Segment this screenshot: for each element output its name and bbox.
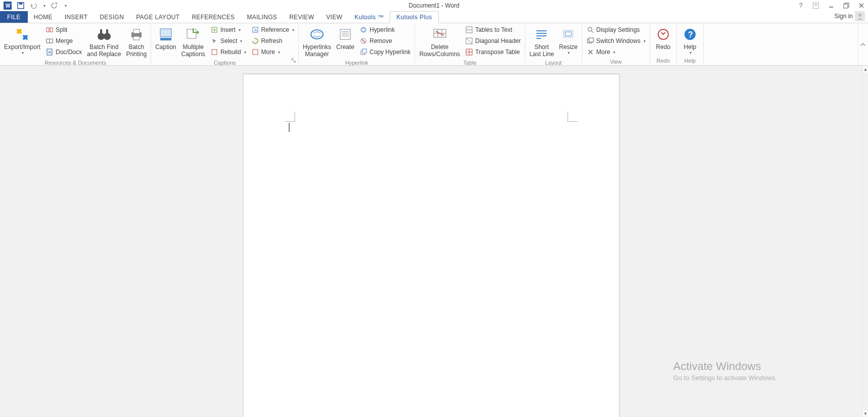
document-page[interactable]: [243, 74, 619, 417]
batch-printing-button[interactable]: Batch Printing: [124, 24, 149, 59]
group-view-label: View: [584, 58, 648, 66]
tab-mailings[interactable]: MAILINGS: [241, 11, 283, 23]
tab-kutools[interactable]: Kutools ™: [348, 11, 390, 23]
hyperlink-button[interactable]: Hyperlink: [357, 24, 413, 35]
undo-icon[interactable]: [29, 1, 38, 10]
svg-point-34: [311, 30, 323, 39]
svg-line-63: [591, 31, 593, 33]
tables-to-text-button[interactable]: Tables to Text: [463, 24, 523, 35]
view-more-label: More: [597, 49, 610, 56]
caption-rebuild-button[interactable]: Rebuild▾: [208, 47, 248, 58]
collapse-ribbon-icon[interactable]: [860, 41, 866, 48]
transpose-table-label: Transpose Table: [475, 49, 520, 56]
qat-customize-icon[interactable]: ▾: [65, 4, 67, 8]
hyperlink-create-button[interactable]: Create: [334, 24, 356, 52]
caption-reference-button[interactable]: A Reference▾: [249, 24, 296, 35]
group-help-label: Help: [679, 57, 701, 65]
multiple-captions-label: Multiple Captions: [181, 43, 205, 58]
caption-refresh-label: Refresh: [261, 37, 283, 44]
tables-to-text-icon: [465, 26, 473, 34]
caption-rebuild-label: Rebuild: [220, 49, 241, 56]
transpose-icon: [465, 48, 473, 56]
word-icon[interactable]: W: [3, 1, 12, 10]
scroll-down-icon[interactable]: ▼: [862, 410, 868, 417]
copy-hyperlink-button[interactable]: Copy Hyperlink: [357, 47, 413, 58]
close-x-icon: [586, 48, 595, 56]
short-last-line-button[interactable]: Short Last Line: [527, 24, 556, 59]
svg-rect-12: [50, 28, 53, 32]
help-label: Help: [684, 43, 697, 51]
diagonal-header-label: Diagonal Header: [475, 37, 521, 44]
svg-rect-61: [565, 32, 571, 36]
tab-review[interactable]: REVIEW: [283, 11, 320, 23]
restore-icon[interactable]: [842, 1, 851, 10]
chevron-down-icon: ▾: [568, 51, 570, 55]
hyperlink-remove-label: Remove: [370, 37, 392, 44]
tab-page-layout[interactable]: PAGE LAYOUT: [130, 11, 186, 23]
doc-docx-button[interactable]: W Doc/Docx: [43, 47, 84, 58]
display-settings-icon: [586, 26, 595, 34]
vertical-scrollbar[interactable]: ▲ ▼: [862, 66, 868, 417]
svg-rect-26: [187, 29, 196, 38]
save-icon[interactable]: [16, 1, 25, 10]
redo-button[interactable]: Redo: [652, 24, 674, 52]
caption-button[interactable]: Caption: [153, 24, 178, 52]
chevron-down-icon: ▾: [240, 39, 242, 43]
svg-point-10: [858, 14, 861, 17]
caption-refresh-button[interactable]: Refresh: [249, 35, 296, 47]
switch-windows-icon: [586, 37, 595, 45]
switch-windows-button[interactable]: Switch Windows▾: [584, 35, 648, 47]
scroll-up-icon[interactable]: ▲: [862, 66, 868, 73]
tab-references[interactable]: REFERENCES: [186, 11, 241, 23]
svg-text:A: A: [254, 28, 257, 32]
close-icon[interactable]: [857, 1, 866, 10]
multiple-captions-button[interactable]: Multiple Captions: [179, 24, 207, 59]
minimize-icon[interactable]: [827, 1, 836, 10]
caption-insert-label: Insert: [220, 26, 236, 33]
caption-insert-button[interactable]: Insert▾: [208, 24, 248, 35]
sign-in[interactable]: Sign in: [834, 11, 865, 21]
undo-dropdown-icon[interactable]: ▾: [43, 4, 45, 8]
display-settings-button[interactable]: Display Settings: [584, 24, 648, 35]
delete-rows-label: Delete Rows/Columns: [419, 43, 460, 58]
more-icon: [251, 48, 259, 56]
tab-insert[interactable]: INSERT: [59, 11, 94, 23]
merge-button[interactable]: Merge: [43, 35, 84, 47]
ribbon-display-icon[interactable]: [811, 1, 820, 10]
tab-home[interactable]: HOME: [28, 11, 59, 23]
svg-line-41: [361, 39, 366, 43]
redo-qat-icon[interactable]: [50, 1, 59, 10]
redo-label: Redo: [656, 43, 671, 51]
svg-text:W: W: [48, 51, 52, 54]
svg-rect-20: [106, 29, 108, 34]
svg-rect-3: [19, 3, 22, 5]
resize-icon: [560, 26, 576, 42]
ribbon: Export/Import ▾ Split Merge W Doc/Docx: [0, 23, 868, 66]
tab-design[interactable]: DESIGN: [94, 11, 130, 23]
batch-printing-label: Batch Printing: [126, 43, 147, 58]
help-icon: ?: [682, 26, 698, 42]
caption-select-button[interactable]: Select▾: [208, 35, 248, 47]
hyperlink-remove-button[interactable]: Remove: [357, 35, 413, 47]
delete-rows-columns-button[interactable]: Delete Rows/Columns: [417, 24, 462, 59]
tab-file[interactable]: FILE: [0, 11, 28, 23]
help-icon[interactable]: ?: [796, 1, 805, 10]
batch-find-replace-button[interactable]: Batch Find and Replace: [85, 24, 123, 59]
split-button[interactable]: Split: [43, 24, 84, 35]
captions-launcher-icon[interactable]: [291, 58, 297, 64]
caption-more-button[interactable]: More▾: [249, 47, 296, 58]
tab-kutools-plus[interactable]: Kutools Plus: [390, 11, 438, 23]
caption-select-label: Select: [220, 37, 237, 44]
transpose-table-button[interactable]: Transpose Table: [463, 47, 523, 58]
window-controls: ?: [796, 1, 866, 10]
merge-label: Merge: [56, 37, 73, 44]
resize-button[interactable]: Resize ▾: [557, 24, 580, 56]
view-more-button[interactable]: More▾: [584, 47, 648, 58]
hyperlinks-manager-button[interactable]: Hyperlinks Manager: [301, 24, 333, 59]
export-import-button[interactable]: Export/Import ▾: [2, 24, 42, 56]
tab-view[interactable]: VIEW: [320, 11, 348, 23]
diagonal-header-button[interactable]: Diagonal Header: [463, 35, 523, 47]
svg-rect-65: [589, 38, 593, 42]
help-button[interactable]: ? Help ▾: [679, 24, 701, 56]
title-bar: W ▾ ▾ Document1 - Word ?: [0, 0, 868, 11]
